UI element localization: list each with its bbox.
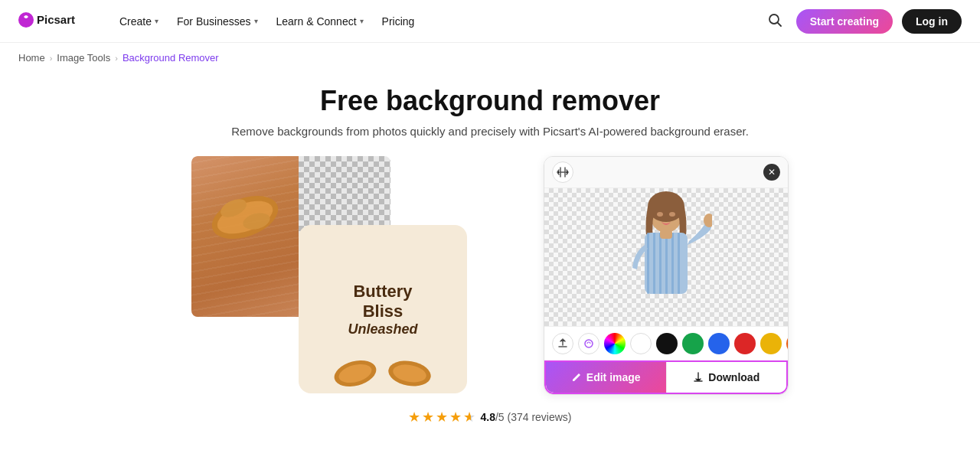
svg-rect-18 (653, 233, 655, 294)
breadcrumb: Home › Image Tools › Background Remover (0, 43, 980, 73)
woman-figure (620, 191, 712, 323)
chevron-down-icon: ▾ (360, 17, 364, 25)
svg-rect-20 (665, 233, 668, 294)
result-image (544, 188, 788, 326)
close-button[interactable]: ✕ (763, 164, 780, 181)
login-button[interactable]: Log in (902, 9, 962, 34)
compare-icon (557, 166, 569, 178)
breadcrumb-sep-1: › (50, 54, 53, 63)
breadcrumb-home[interactable]: Home (18, 52, 45, 64)
croissant-bottom-left (331, 349, 381, 387)
star-2: ★ (422, 409, 434, 426)
edit-palette-button[interactable] (578, 333, 599, 354)
yellow-color-button[interactable] (760, 333, 782, 354)
svg-line-3 (778, 23, 781, 26)
star-1: ★ (408, 409, 420, 426)
black-color-button[interactable] (656, 333, 678, 354)
svg-rect-23 (660, 230, 672, 239)
croissant-left (207, 179, 283, 243)
white-color-button[interactable] (630, 333, 652, 354)
card-header: ✕ (544, 157, 788, 188)
svg-point-14 (657, 212, 663, 217)
content-area: Buttery Bliss Unleashed (0, 144, 980, 401)
edit-pencil-icon (571, 372, 582, 383)
nav-right: Start creating Log in (763, 8, 962, 34)
promo-text: Buttery Bliss Unleashed (338, 282, 426, 338)
action-row: Edit image Download (544, 360, 788, 394)
svg-rect-17 (647, 233, 649, 294)
chevron-down-icon: ▾ (254, 17, 258, 25)
left-demo: Buttery Bliss Unleashed (191, 156, 482, 386)
svg-point-0 (18, 12, 34, 28)
breadcrumb-current: Background Remover (122, 52, 219, 64)
svg-point-25 (585, 340, 593, 347)
edit-icon (583, 338, 594, 349)
result-card: ✕ (544, 156, 789, 395)
star-3: ★ (436, 409, 448, 426)
right-demo: ✕ (544, 156, 789, 395)
upload-icon (557, 338, 568, 349)
rating-score: 4.8/5 (374 reviews) (480, 411, 571, 423)
star-half: ★ (463, 409, 475, 426)
rating-row: ★ ★ ★ ★ ★ 4.8/5 (374 reviews) (0, 401, 980, 429)
search-icon (767, 12, 782, 28)
edit-image-button[interactable]: Edit image (546, 362, 666, 393)
orange-color-button[interactable] (786, 333, 788, 354)
green-color-button[interactable] (682, 333, 704, 354)
logo[interactable]: Picsart (18, 9, 87, 34)
croissant-icon (207, 179, 283, 240)
rainbow-color-button[interactable] (604, 333, 626, 354)
compare-button[interactable] (552, 161, 573, 183)
svg-point-13 (648, 191, 684, 222)
chevron-down-icon: ▾ (155, 17, 158, 25)
search-button[interactable] (763, 8, 787, 34)
promo-card: Buttery Bliss Unleashed (299, 225, 467, 393)
download-icon (693, 372, 704, 383)
breadcrumb-image-tools[interactable]: Image Tools (57, 52, 110, 64)
hero-subtitle: Remove backgrounds from photos quickly a… (0, 125, 980, 138)
star-4: ★ (449, 409, 462, 426)
nav-links: Create ▾ For Businesses ▾ Learn & Connec… (112, 11, 763, 32)
navbar: Picsart Create ▾ For Businesses ▾ Learn … (0, 0, 980, 43)
page-title: Free background remover (0, 85, 980, 117)
start-creating-button[interactable]: Start creating (796, 9, 893, 34)
download-button[interactable]: Download (667, 362, 787, 393)
blue-color-button[interactable] (708, 333, 730, 354)
upload-palette-button[interactable] (552, 333, 573, 354)
hero-section: Free background remover Remove backgroun… (0, 73, 980, 144)
nav-create[interactable]: Create ▾ (112, 11, 166, 32)
svg-point-15 (669, 212, 675, 217)
svg-rect-22 (678, 233, 680, 294)
svg-rect-19 (659, 233, 662, 294)
nav-for-businesses[interactable]: For Businesses ▾ (169, 11, 265, 32)
color-palette: › (544, 326, 788, 360)
svg-point-2 (769, 15, 779, 24)
svg-rect-21 (671, 233, 674, 294)
croissant-bottom-right (385, 349, 435, 387)
croissant-bottom-row (331, 349, 435, 387)
nav-learn-connect[interactable]: Learn & Connect ▾ (269, 11, 371, 32)
breadcrumb-sep-2: › (115, 54, 118, 63)
nav-pricing[interactable]: Pricing (374, 11, 423, 32)
red-color-button[interactable] (734, 333, 756, 354)
svg-text:Picsart: Picsart (37, 13, 75, 26)
star-rating: ★ ★ ★ ★ ★ (408, 409, 475, 426)
